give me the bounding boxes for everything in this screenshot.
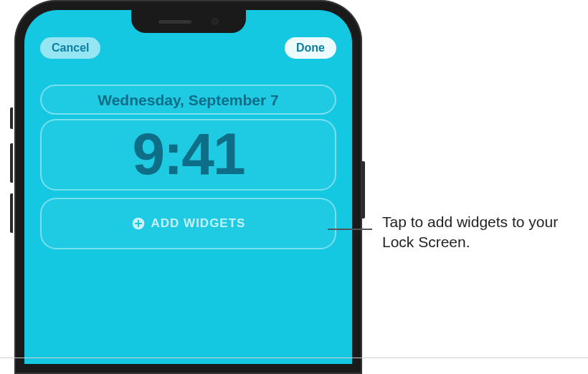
volume-down-button <box>10 193 13 233</box>
date-widget-slot[interactable]: Wednesday, September 7 <box>40 85 336 115</box>
cancel-button[interactable]: Cancel <box>40 37 100 59</box>
volume-up-button <box>10 143 13 183</box>
done-button[interactable]: Done <box>285 37 336 59</box>
callout-leader-line <box>328 229 372 230</box>
time-widget-slot[interactable]: 9:41 <box>40 119 336 191</box>
add-widgets-button[interactable]: ADD WIDGETS <box>40 198 336 249</box>
volume-mute-switch <box>10 107 13 129</box>
callout-text: Tap to add widgets to your Lock Screen. <box>382 212 579 253</box>
time-label: 9:41 <box>132 121 244 186</box>
iphone-frame: Cancel Done Wednesday, September 7 9:41 … <box>14 0 362 374</box>
plus-circle-icon <box>131 216 146 231</box>
add-widgets-label: ADD WIDGETS <box>151 216 246 231</box>
baseline-rule <box>0 358 588 358</box>
date-label: Wednesday, September 7 <box>98 92 278 108</box>
lock-screen-editor: Cancel Done Wednesday, September 7 9:41 … <box>24 10 352 364</box>
side-power-button <box>362 161 365 219</box>
front-camera <box>212 18 219 25</box>
lockscreen-content: Wednesday, September 7 9:41 ADD WIDGETS <box>40 85 336 249</box>
editor-top-bar: Cancel Done <box>24 37 352 59</box>
speaker-grille <box>158 20 191 24</box>
notch <box>131 10 246 33</box>
